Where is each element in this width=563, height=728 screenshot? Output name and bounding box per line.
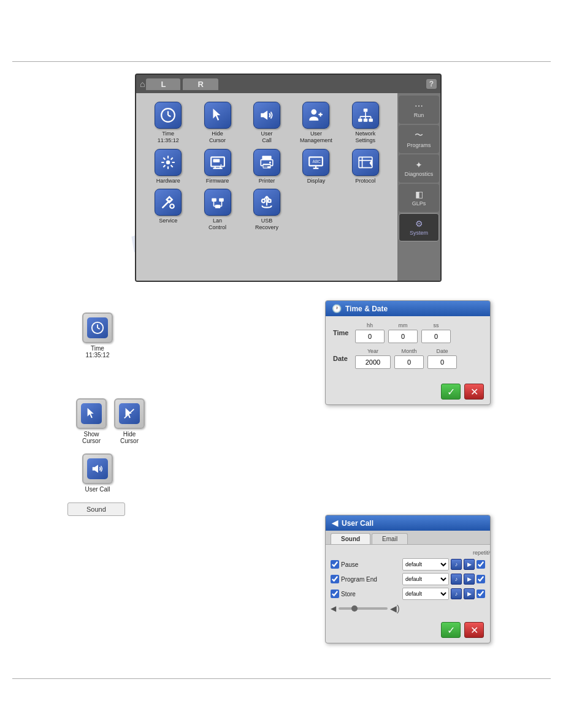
year-input[interactable] (355, 355, 391, 369)
svg-point-38 (170, 205, 174, 209)
uc-tab-email[interactable]: Email (372, 533, 408, 544)
tab-R[interactable]: R (183, 78, 218, 90)
icon-box-printer (253, 149, 280, 176)
uc-pause-select[interactable]: default (402, 558, 449, 571)
hide-cursor-label: HideCursor (120, 431, 139, 444)
programs-icon: 〜 (415, 130, 423, 141)
uc-program-end-select[interactable]: default (402, 573, 449, 585)
date-input[interactable] (427, 355, 457, 369)
uc-row-program-end: Program End default ♪ ▶ (331, 573, 485, 585)
icon-item-printer[interactable]: Printer (243, 149, 290, 184)
uc-program-end-label: Program End (341, 576, 400, 583)
icon-item-hide-cursor[interactable]: HideCursor (194, 102, 240, 144)
time-fields: hh mm ss (355, 322, 451, 343)
screen-body: Time11:35:12 HideCursor UserCall (136, 93, 440, 281)
icon-item-network-settings[interactable]: NetworkSettings (342, 102, 389, 144)
icon-box-hide-cursor (204, 102, 231, 129)
usercall-cancel-button[interactable]: ✕ (464, 622, 484, 638)
icon-item-display[interactable]: ABC Display (293, 149, 339, 184)
uc-program-end-note-btn[interactable]: ♪ (451, 574, 462, 585)
date-header: Date (436, 348, 448, 354)
icon-box-user-management (302, 102, 329, 129)
icon-item-time[interactable]: Time11:35:12 (145, 102, 191, 144)
time-row: Time hh mm ss (333, 322, 483, 343)
screen-main: Time11:35:12 HideCursor UserCall (136, 93, 397, 281)
icon-box-protocol (352, 149, 379, 176)
tab-L[interactable]: L (146, 78, 180, 90)
icon-box-display: ABC (302, 149, 329, 176)
icon-item-user-call[interactable]: UserCall (243, 102, 290, 144)
icon-label-user-management: UserManagement (300, 131, 332, 144)
sidebar-programs[interactable]: 〜 Programs (399, 125, 439, 153)
icon-box-time (155, 102, 182, 129)
time-date-cancel-button[interactable]: ✕ (464, 384, 484, 400)
time-icon-label: Time 11:35:12 (86, 345, 110, 358)
month-field-group: Month (394, 348, 424, 369)
svg-point-29 (269, 161, 271, 163)
svg-rect-9 (358, 118, 362, 121)
icon-item-lan-control[interactable]: LanControl (194, 189, 240, 231)
sidebar-system[interactable]: ⚙ System (399, 213, 439, 241)
hide-cursor-inner (119, 403, 140, 424)
month-input[interactable] (394, 355, 424, 369)
top-rule (12, 61, 551, 62)
time-date-title-bar: 🕐 Time & Date (326, 301, 490, 316)
icon-item-service[interactable]: Service (145, 189, 191, 231)
usercall-ok-button[interactable]: ✓ (441, 622, 461, 638)
icon-item-protocol[interactable]: Protocol (342, 149, 389, 184)
svg-point-49 (262, 200, 265, 203)
uc-store-play-btn[interactable]: ▶ (464, 588, 475, 599)
time-date-ok-button[interactable]: ✓ (441, 384, 461, 400)
uc-pause-play-btn[interactable]: ▶ (464, 559, 475, 570)
uc-pause-label: Pause (341, 561, 400, 568)
icon-label-user-call: UserCall (261, 131, 272, 144)
svg-point-5 (312, 109, 317, 115)
usercall-title-icon: ◀ (332, 518, 338, 528)
date-field-group: Date (427, 348, 457, 369)
sidebar-run[interactable]: ⋯ Run (399, 96, 439, 124)
system-icon: ⚙ (415, 219, 423, 229)
uc-store-checkbox[interactable] (331, 590, 339, 598)
volume-slider[interactable] (339, 607, 388, 610)
uc-program-end-rep-check[interactable] (477, 575, 485, 583)
icon-item-user-management[interactable]: UserManagement (293, 102, 339, 144)
uc-pause-checkbox[interactable] (331, 560, 339, 569)
icon-item-firmware[interactable]: Firmware (194, 149, 240, 184)
uc-row-pause: Pause default ♪ ▶ (331, 558, 485, 571)
uc-store-rep-check[interactable] (477, 590, 485, 598)
time-icon-btn[interactable]: Time 11:35:12 (82, 313, 113, 358)
uc-program-end-play-btn[interactable]: ▶ (464, 574, 475, 585)
icon-item-usb-recovery[interactable]: USBRecovery (243, 189, 290, 231)
sidebar-glps[interactable]: ◧ GLPs (399, 184, 439, 212)
usercall-footer: ✓ ✕ (326, 618, 490, 643)
usercall-icon-btn[interactable]: User Call (82, 453, 113, 493)
main-screen: ⌂ L R ? Time11:35:12 HideCur (135, 74, 442, 282)
uc-program-end-checkbox[interactable] (331, 575, 339, 583)
hide-cursor-btn[interactable]: HideCursor (114, 398, 145, 444)
icon-box-service (155, 189, 182, 216)
usercall-tab-bar: Sound Email (326, 531, 490, 545)
uc-tab-sound[interactable]: Sound (331, 533, 370, 544)
uc-pause-rep-check[interactable] (477, 560, 485, 569)
hh-header: hh (367, 322, 373, 328)
icon-item-hardware[interactable]: Hardware (145, 149, 191, 184)
sidebar-diagnostics-label: Diagnostics (405, 171, 434, 177)
uc-store-note-btn[interactable]: ♪ (451, 588, 462, 599)
month-header: Month (401, 348, 416, 354)
home-icon[interactable]: ⌂ (140, 79, 145, 89)
icon-box-hardware (155, 149, 182, 176)
sidebar-diagnostics[interactable]: ✦ Diagnostics (399, 154, 439, 183)
help-button[interactable]: ? (426, 79, 437, 89)
sound-button[interactable]: Sound (67, 502, 125, 516)
mm-input[interactable] (388, 330, 418, 343)
uc-store-select[interactable]: default (402, 588, 449, 600)
hh-input[interactable] (355, 330, 385, 343)
icon-box-network-settings (352, 102, 379, 129)
show-cursor-btn[interactable]: ShowCursor (76, 398, 107, 444)
sidebar-system-label: System (410, 230, 428, 236)
uc-pause-note-btn[interactable]: ♪ (451, 559, 462, 570)
run-icon: ⋯ (415, 101, 423, 111)
time-row-label: Time (333, 329, 355, 336)
ss-input[interactable] (421, 330, 451, 343)
svg-rect-10 (364, 118, 368, 121)
